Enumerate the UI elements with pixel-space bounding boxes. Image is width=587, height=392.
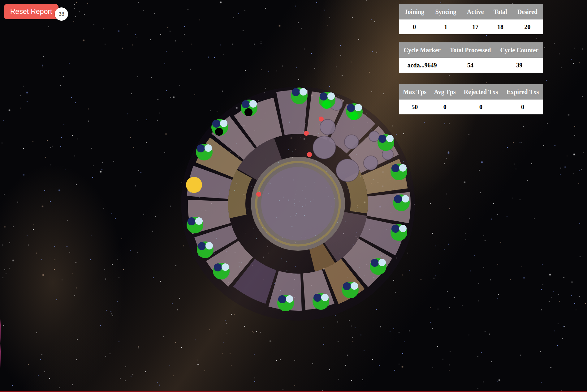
node-active[interactable] (241, 100, 257, 116)
value-desired: 20 (512, 19, 543, 34)
col-cycle-marker: Cycle Marker (399, 42, 445, 58)
node-active[interactable] (378, 134, 394, 151)
value-total: 18 (489, 19, 512, 34)
value-cycle-marker: acda...9649 (399, 58, 445, 73)
inactive-node-circle (320, 119, 335, 135)
col-active: Active (462, 4, 489, 19)
inactive-node-circle (364, 156, 378, 170)
node-active[interactable] (391, 164, 407, 180)
col-avg-tps: Avg Tps (430, 84, 460, 100)
tps-info-table: Max Tps Avg Tps Rejected Txs Expired Txs… (399, 84, 543, 114)
tx-dot (307, 152, 312, 157)
network-monitor-app: Reset Report 38 Joining Syncing Active T… (0, 0, 587, 392)
node-active[interactable] (313, 293, 329, 310)
inactive-node-circle (336, 159, 359, 182)
node-status-value-row: 0 1 17 18 20 (399, 19, 543, 34)
report-counter-badge: 38 (55, 7, 68, 21)
col-cycle-counter: Cycle Counter (496, 42, 543, 58)
node-active[interactable] (391, 224, 407, 241)
value-joining: 0 (399, 19, 430, 34)
col-total-processed: Total Processed (445, 42, 495, 58)
value-cycle-counter: 39 (496, 58, 543, 73)
col-syncing: Syncing (430, 4, 462, 19)
value-syncing: 1 (430, 19, 462, 34)
tx-dot (256, 192, 261, 197)
left-edge-artifact (0, 319, 1, 368)
node-active[interactable] (187, 217, 203, 233)
node-active[interactable] (277, 295, 294, 311)
cycle-header-row: Cycle Marker Total Processed Cycle Count… (399, 42, 543, 58)
value-max-tps: 50 (399, 100, 430, 114)
value-active: 17 (462, 19, 489, 34)
node-active[interactable] (211, 119, 228, 136)
node-active[interactable] (393, 194, 410, 211)
node-active[interactable] (213, 263, 230, 279)
tps-value-row: 50 0 0 0 (399, 100, 543, 114)
node-status-header-row: Joining Syncing Active Total Desired (399, 4, 543, 19)
col-expired-txs: Expired Txs (502, 84, 543, 100)
tps-header-row: Max Tps Avg Tps Rejected Txs Expired Txs (399, 84, 543, 100)
value-rejected-txs: 0 (460, 100, 502, 114)
col-max-tps: Max Tps (399, 84, 430, 100)
node-active[interactable] (197, 241, 214, 258)
inactive-node-circle (344, 135, 359, 149)
reset-report-button[interactable]: Reset Report (4, 4, 58, 19)
value-avg-tps: 0 (430, 100, 460, 114)
node-syncing[interactable] (186, 177, 202, 193)
inactive-node-circle (313, 136, 336, 159)
node-active[interactable] (342, 282, 359, 298)
tx-dot (319, 117, 324, 121)
col-rejected-txs: Rejected Txs (460, 84, 502, 100)
tx-dot (304, 131, 309, 136)
cycle-info-table: Cycle Marker Total Processed Cycle Count… (399, 42, 543, 73)
value-expired-txs: 0 (502, 100, 543, 114)
value-total-processed: 54 (445, 58, 495, 73)
col-total: Total (489, 4, 512, 19)
inactive-node-circle (369, 131, 379, 142)
cycle-value-row: acda...9649 54 39 (399, 58, 543, 73)
col-joining: Joining (399, 4, 430, 19)
node-active[interactable] (370, 258, 386, 275)
node-status-table: Joining Syncing Active Total Desired 0 1… (399, 4, 543, 34)
col-desired: Desired (512, 4, 543, 19)
node-active[interactable] (196, 144, 213, 160)
node-active[interactable] (291, 87, 308, 104)
